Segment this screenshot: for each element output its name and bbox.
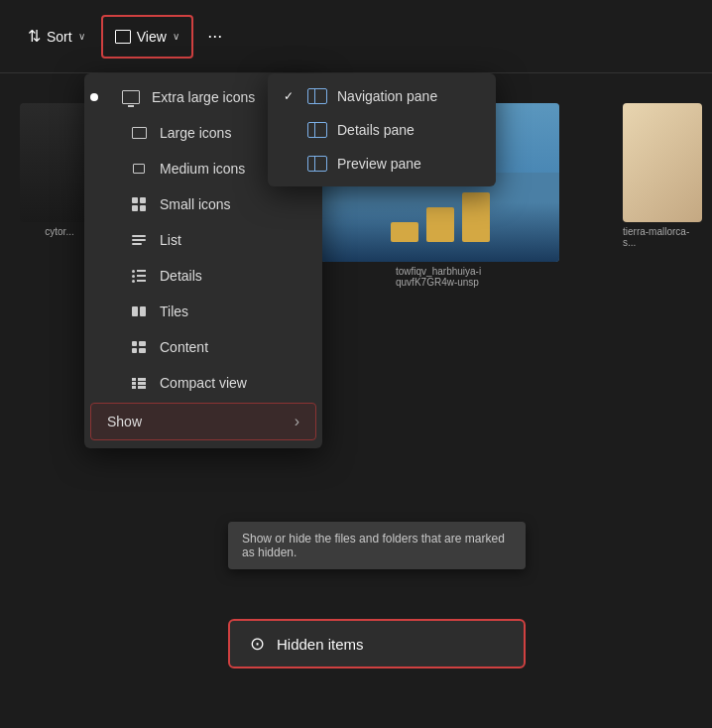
compact-label: Compact view	[160, 375, 247, 391]
details-label: Details	[160, 268, 202, 284]
finance-label: towfiqv_harbhuiya-iquvfK7GR4w-unsp	[396, 266, 485, 288]
menu-item-content[interactable]: Content	[84, 329, 322, 365]
medium-icon	[130, 160, 148, 178]
small-label: Small icons	[160, 196, 231, 212]
selected-dot	[90, 93, 98, 101]
tiles-icon	[130, 303, 148, 320]
view-chevron: ∨	[173, 31, 179, 42]
large-icon	[130, 124, 148, 142]
coin-1	[391, 222, 418, 242]
more-icon: ···	[207, 26, 222, 47]
submenu-preview-pane[interactable]: ✓ Preview pane	[268, 147, 496, 181]
sort-button[interactable]: ⇅ Sort ∨	[16, 15, 97, 59]
content-icon	[130, 338, 148, 356]
extra-large-label: Extra large icons	[152, 89, 255, 105]
preview-pane-check: ✓	[284, 157, 297, 171]
menu-item-show[interactable]: Show ›	[90, 403, 316, 440]
content-label: Content	[160, 339, 208, 355]
menu-item-details[interactable]: Details	[84, 258, 322, 294]
details-pane-label: Details pane	[337, 122, 415, 138]
tiles-label: Tiles	[160, 303, 188, 319]
preview-pane-label: Preview pane	[337, 156, 421, 172]
view-button[interactable]: View ∨	[101, 15, 193, 59]
coin-2	[426, 207, 454, 242]
medium-label: Medium icons	[160, 161, 245, 177]
show-submenu: ✓ Navigation pane ✓ Details pane ✓ Previ…	[268, 73, 496, 186]
menu-item-small[interactable]: Small icons	[84, 186, 322, 222]
file-item-tierra[interactable]: tierra-mallorca-s...	[623, 103, 702, 248]
tierra-label: tierra-mallorca-s...	[623, 226, 702, 248]
more-button[interactable]: ···	[197, 19, 233, 55]
view-label: View	[137, 29, 167, 45]
nav-pane-label: Navigation pane	[337, 88, 437, 104]
details-pane-icon	[307, 122, 327, 138]
large-label: Large icons	[160, 125, 231, 141]
cytor-label: cytor...	[45, 226, 73, 237]
tooltip-text: Show or hide the files and folders that …	[242, 532, 505, 559]
sort-icon: ⇅	[28, 27, 41, 46]
submenu-nav-pane[interactable]: ✓ Navigation pane	[268, 79, 496, 113]
toolbar: ⇅ Sort ∨ View ∨ ···	[0, 0, 712, 73]
show-label: Show	[107, 414, 142, 429]
sort-label: Sort	[47, 29, 72, 45]
details-pane-check: ✓	[284, 123, 297, 137]
compact-icon	[130, 374, 148, 392]
hidden-items-icon: ⊙	[250, 633, 265, 655]
nav-pane-check: ✓	[284, 89, 297, 103]
extra-large-icon	[122, 88, 140, 106]
hidden-items-button[interactable]: ⊙ Hidden items	[228, 619, 526, 668]
tierra-thumbnail	[623, 103, 702, 222]
hidden-tooltip: Show or hide the files and folders that …	[228, 522, 526, 569]
menu-item-compact[interactable]: Compact view	[84, 365, 322, 401]
list-icon	[130, 231, 148, 249]
nav-pane-icon	[307, 88, 327, 104]
menu-item-list[interactable]: List	[84, 222, 322, 258]
list-label: List	[160, 232, 181, 248]
preview-pane-icon	[307, 156, 327, 172]
view-icon	[115, 30, 131, 44]
coin-3	[462, 192, 490, 242]
details-icon	[130, 267, 148, 285]
show-arrow: ›	[295, 413, 299, 430]
coins-visual	[391, 192, 490, 242]
menu-item-tiles[interactable]: Tiles	[84, 294, 322, 329]
small-icon	[130, 195, 148, 213]
hidden-items-label: Hidden items	[277, 636, 364, 653]
sort-chevron: ∨	[78, 31, 85, 42]
submenu-details-pane[interactable]: ✓ Details pane	[268, 113, 496, 147]
